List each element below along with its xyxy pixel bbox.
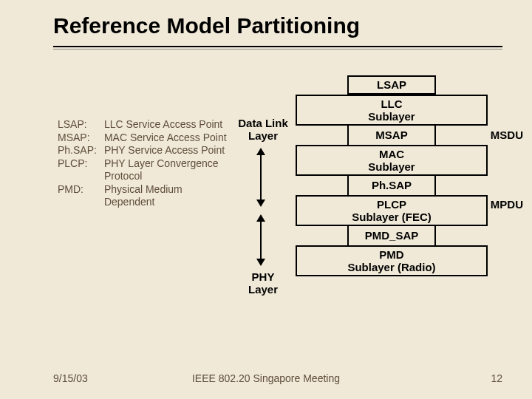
title-rule <box>53 46 502 47</box>
mpdu-label: MPDU <box>491 198 523 211</box>
data-link-layer-label: Data Link Layer <box>233 117 293 143</box>
legend-row: MSAP: MAC Service Access Point <box>58 132 235 145</box>
box-lsap: LSAP <box>347 75 436 95</box>
legend-def: PHY Layer Convergence Protocol <box>104 157 235 183</box>
page-title: Reference Model Partitioning <box>53 13 479 38</box>
slide: Reference Model Partitioning LSAP: LLC S… <box>0 0 532 399</box>
box-plcp-sublayer: PLCP Sublayer (FEC) <box>296 195 488 226</box>
footer-page: 12 <box>491 372 502 384</box>
legend-row: Ph.SAP: PHY Service Access Point <box>58 144 235 157</box>
legend-def: LLC Service Access Point <box>104 118 235 132</box>
box-pmdsap: PMD_SAP <box>347 226 436 245</box>
legend: LSAP: LLC Service Access Point MSAP: MAC… <box>58 118 235 209</box>
box-phsap: Ph.SAP <box>347 176 436 195</box>
phy-layer-label: PHY Layer <box>233 270 293 296</box>
legend-def: MAC Service Access Point <box>104 132 235 145</box>
legend-def: Physical Medium Dependent <box>104 183 235 209</box>
title-rule-shadow <box>53 49 502 50</box>
legend-row: PMD: Physical Medium Dependent <box>58 183 235 209</box>
legend-row: LSAP: LLC Service Access Point <box>58 118 235 132</box>
legend-table: LSAP: LLC Service Access Point MSAP: MAC… <box>58 118 235 209</box>
box-pmd-sublayer: PMD Sublayer (Radio) <box>296 245 488 276</box>
box-mac-sublayer: MAC Sublayer <box>296 145 488 176</box>
footer-center: IEEE 802.20 Singapore Meeting <box>0 372 532 384</box>
box-llc-sublayer: LLC Sublayer <box>296 95 488 126</box>
layer-stack: LSAP LLC Sublayer MSAP MAC Sublayer Ph.S… <box>296 75 488 276</box>
legend-term: MSAP: <box>58 132 104 145</box>
legend-term: PMD: <box>58 183 104 209</box>
legend-term: PLCP: <box>58 157 104 183</box>
box-msap: MSAP <box>347 126 436 145</box>
legend-def: PHY Service Access Point <box>104 144 235 157</box>
legend-term: LSAP: <box>58 118 104 132</box>
legend-row: PLCP: PHY Layer Convergence Protocol <box>58 157 235 183</box>
legend-term: Ph.SAP: <box>58 144 104 157</box>
msdu-label: MSDU <box>491 129 523 141</box>
